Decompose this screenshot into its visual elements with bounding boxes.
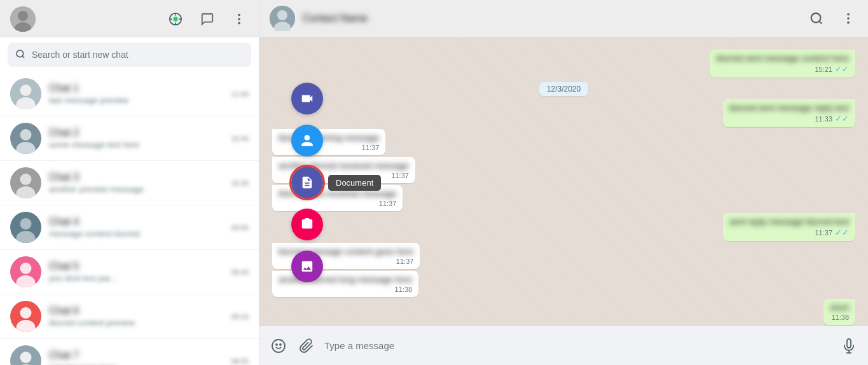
attach-camera-button[interactable] bbox=[291, 209, 323, 240]
svg-point-21 bbox=[20, 174, 32, 185]
attach-document-button[interactable]: Document bbox=[291, 167, 323, 198]
bubble-meta: 15:21 ✓✓ bbox=[716, 64, 849, 74]
svg-point-43 bbox=[272, 340, 285, 352]
read-receipt: ✓✓ bbox=[835, 64, 849, 74]
message-bubble: sent reply message blurred text 11:37 ✓✓ bbox=[723, 213, 855, 241]
list-item[interactable]: Chat 7 last message here 08:55 bbox=[0, 339, 259, 365]
list-item[interactable]: Chat 2 some message text here 10:45 bbox=[0, 116, 259, 161]
message-time: 11:37 bbox=[391, 172, 409, 179]
attachment-popup: Document bbox=[291, 83, 323, 282]
bubble-meta: 11:38 bbox=[279, 286, 412, 293]
avatar bbox=[10, 167, 41, 198]
chat-preview: message content blurred bbox=[49, 229, 223, 238]
search-button[interactable] bbox=[807, 9, 826, 28]
contact-info[interactable]: Contact Name bbox=[303, 13, 368, 24]
status-icon[interactable] bbox=[166, 10, 185, 29]
chat-meta: 09:10 bbox=[231, 313, 249, 320]
svg-point-33 bbox=[20, 352, 32, 363]
message-bubble: blurred sent message reply text 11:33 ✓✓ bbox=[723, 99, 855, 127]
message: short 11:38 bbox=[272, 299, 855, 325]
right-header-icons bbox=[807, 9, 858, 28]
message-bubble: blurred sent message content here 15:21 … bbox=[710, 50, 855, 78]
message-time: 11:37 bbox=[396, 258, 414, 265]
message-time: 15:21 bbox=[815, 65, 832, 73]
bubble-meta: 11:33 ✓✓ bbox=[729, 114, 849, 123]
svg-point-27 bbox=[20, 263, 32, 274]
right-header: Contact Name bbox=[259, 0, 868, 38]
attach-gallery-button[interactable] bbox=[291, 251, 323, 282]
menu-icon-right[interactable] bbox=[839, 9, 858, 28]
chat-name: Chat 2 bbox=[49, 127, 223, 139]
chat-info: Chat 2 some message text here bbox=[49, 127, 223, 149]
list-item[interactable]: Chat 1 last message preview 11:00 bbox=[0, 72, 259, 116]
list-item[interactable]: Chat 4 message content blurred 09:50 bbox=[0, 205, 259, 250]
chat-preview: another preview message bbox=[49, 184, 223, 194]
chat-list: Chat 1 last message preview 11:00 Chat 2… bbox=[0, 72, 259, 365]
message: another blurred long message here 11:38 bbox=[272, 271, 855, 297]
menu-icon-left[interactable] bbox=[230, 10, 249, 29]
left-header bbox=[0, 0, 259, 38]
user-avatar[interactable] bbox=[10, 6, 36, 32]
avatar bbox=[10, 345, 41, 365]
message-input[interactable] bbox=[324, 340, 831, 351]
svg-point-18 bbox=[20, 129, 32, 141]
left-panel: Chat 1 last message preview 11:00 Chat 2… bbox=[0, 0, 259, 365]
chat-time: 09:30 bbox=[231, 268, 249, 276]
contact-avatar[interactable] bbox=[270, 6, 295, 31]
read-receipt: ✓✓ bbox=[835, 228, 849, 237]
svg-line-39 bbox=[819, 21, 822, 24]
attach-video-button[interactable] bbox=[291, 83, 323, 114]
chat-area: blurred sent message content here 15:21 … bbox=[259, 38, 868, 326]
message: blurred sent message content here 15:21 … bbox=[272, 50, 855, 78]
list-item[interactable]: Chat 3 another preview message 10:30 bbox=[0, 161, 259, 205]
message-time: 11:37 bbox=[362, 144, 380, 151]
message-text: blurred sent message content here bbox=[716, 53, 849, 63]
avatar bbox=[10, 301, 41, 332]
list-item[interactable]: Chat 6 blurred content preview 09:10 bbox=[0, 294, 259, 339]
svg-point-38 bbox=[811, 13, 821, 23]
mic-button[interactable] bbox=[839, 336, 859, 356]
message-time: 11:38 bbox=[831, 313, 849, 321]
message-time: 11:38 bbox=[395, 286, 413, 293]
chat-meta: 09:30 bbox=[231, 268, 249, 276]
chat-info: Chat 1 last message preview bbox=[49, 83, 223, 105]
emoji-button[interactable] bbox=[268, 336, 289, 356]
svg-point-40 bbox=[847, 13, 850, 16]
svg-point-30 bbox=[20, 307, 32, 319]
search-icon bbox=[15, 49, 25, 61]
chat-preview: some message text here bbox=[49, 140, 223, 149]
bubble-meta: 11:37 ✓✓ bbox=[729, 228, 849, 237]
chat-time: 10:30 bbox=[231, 179, 249, 187]
chat-info: Chat 5 you dont kno par... bbox=[49, 261, 223, 283]
chat-name: Chat 1 bbox=[49, 83, 223, 94]
avatar bbox=[10, 212, 41, 243]
svg-point-45 bbox=[280, 344, 281, 345]
chat-name: Chat 4 bbox=[49, 216, 223, 228]
list-item[interactable]: Chat 5 you dont kno par... 09:30 bbox=[0, 250, 259, 294]
svg-point-15 bbox=[20, 85, 32, 96]
svg-point-1 bbox=[18, 11, 28, 21]
message-text: blurred sent message reply text bbox=[729, 103, 849, 113]
svg-point-11 bbox=[238, 22, 240, 24]
chat-name: Chat 5 bbox=[49, 261, 223, 272]
new-chat-icon[interactable] bbox=[198, 10, 217, 29]
svg-point-9 bbox=[238, 13, 240, 16]
message-text: short bbox=[830, 303, 849, 312]
message-time: 11:37 bbox=[815, 229, 832, 237]
right-panel: Contact Name blurred sent message conten… bbox=[259, 0, 868, 365]
attach-button[interactable] bbox=[296, 336, 317, 356]
svg-point-4 bbox=[173, 17, 177, 21]
message: blurred sent message reply text 11:33 ✓✓ bbox=[272, 99, 855, 127]
chat-name: Chat 3 bbox=[49, 172, 223, 183]
message: blurred incoming message 11:37 bbox=[272, 129, 855, 155]
message-bubble: short 11:38 bbox=[823, 299, 855, 325]
chat-name: Chat 6 bbox=[49, 305, 223, 317]
svg-point-42 bbox=[847, 22, 850, 24]
chat-meta: 10:45 bbox=[231, 135, 249, 142]
date-badge: 12/3/2020 bbox=[272, 83, 855, 94]
message-time: 11:37 bbox=[379, 200, 397, 207]
search-bar[interactable] bbox=[8, 43, 251, 67]
bubble-meta: 11:38 bbox=[830, 313, 849, 321]
attach-contact-button[interactable] bbox=[291, 125, 323, 156]
search-input[interactable] bbox=[32, 50, 244, 60]
